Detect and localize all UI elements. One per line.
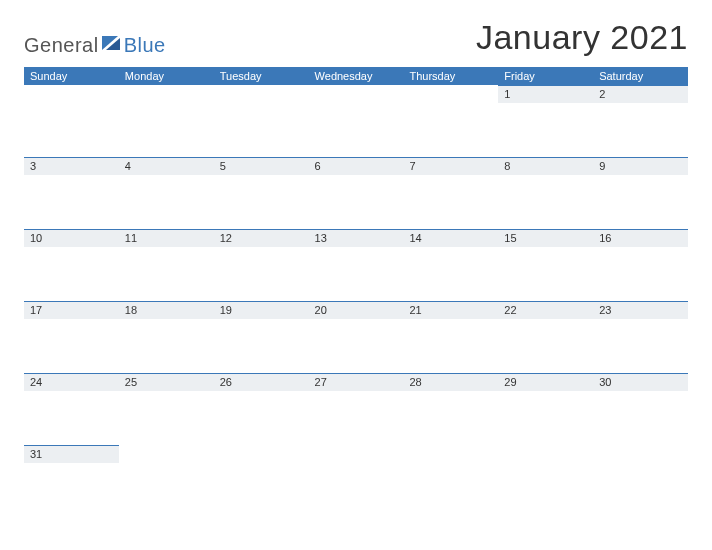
day-header-tue: Tuesday bbox=[214, 67, 309, 85]
day-cell: 29 bbox=[498, 373, 593, 445]
day-body bbox=[498, 103, 593, 157]
day-body bbox=[24, 247, 119, 301]
day-cell bbox=[593, 445, 688, 517]
header: General Blue January 2021 bbox=[24, 18, 688, 57]
day-cell: 3 bbox=[24, 157, 119, 229]
day-cell bbox=[309, 445, 404, 517]
day-cell: 30 bbox=[593, 373, 688, 445]
day-body bbox=[214, 175, 309, 229]
day-cell: 27 bbox=[309, 373, 404, 445]
week-row: 31 bbox=[24, 445, 688, 517]
day-header-fri: Friday bbox=[498, 67, 593, 85]
day-cell: 17 bbox=[24, 301, 119, 373]
day-number: 17 bbox=[30, 304, 44, 316]
day-cell: 19 bbox=[214, 301, 309, 373]
day-body bbox=[24, 391, 119, 445]
day-header-sat: Saturday bbox=[593, 67, 688, 85]
day-body bbox=[593, 175, 688, 229]
day-number: 7 bbox=[409, 160, 417, 172]
day-body bbox=[309, 391, 404, 445]
day-number: 14 bbox=[409, 232, 423, 244]
day-number: 3 bbox=[30, 160, 38, 172]
day-cell: 18 bbox=[119, 301, 214, 373]
day-number: 24 bbox=[30, 376, 44, 388]
day-number: 25 bbox=[125, 376, 139, 388]
day-body bbox=[119, 175, 214, 229]
week-row: 24252627282930 bbox=[24, 373, 688, 445]
day-cell bbox=[119, 85, 214, 157]
day-cell: 11 bbox=[119, 229, 214, 301]
day-header-wed: Wednesday bbox=[309, 67, 404, 85]
day-number: 28 bbox=[409, 376, 423, 388]
weeks-container: 1234567891011121314151617181920212223242… bbox=[24, 85, 688, 517]
day-cell bbox=[309, 85, 404, 157]
day-body bbox=[403, 175, 498, 229]
day-body bbox=[119, 247, 214, 301]
day-cell: 16 bbox=[593, 229, 688, 301]
day-header-thu: Thursday bbox=[403, 67, 498, 85]
day-cell bbox=[403, 445, 498, 517]
day-number: 21 bbox=[409, 304, 423, 316]
day-number: 16 bbox=[599, 232, 613, 244]
day-number: 23 bbox=[599, 304, 613, 316]
day-cell: 25 bbox=[119, 373, 214, 445]
day-cell: 4 bbox=[119, 157, 214, 229]
week-row: 12 bbox=[24, 85, 688, 157]
day-body bbox=[214, 247, 309, 301]
day-number: 31 bbox=[30, 448, 44, 460]
day-cell: 31 bbox=[24, 445, 119, 517]
day-cell bbox=[403, 85, 498, 157]
day-body bbox=[403, 391, 498, 445]
day-number: 9 bbox=[599, 160, 607, 172]
day-body bbox=[593, 247, 688, 301]
day-number: 29 bbox=[504, 376, 518, 388]
day-cell: 23 bbox=[593, 301, 688, 373]
day-number: 13 bbox=[315, 232, 329, 244]
day-cell: 10 bbox=[24, 229, 119, 301]
logo-text-blue: Blue bbox=[124, 34, 166, 57]
day-cell: 9 bbox=[593, 157, 688, 229]
day-cell: 21 bbox=[403, 301, 498, 373]
day-cell: 13 bbox=[309, 229, 404, 301]
week-row: 17181920212223 bbox=[24, 301, 688, 373]
day-number: 18 bbox=[125, 304, 139, 316]
day-body bbox=[119, 391, 214, 445]
day-body bbox=[309, 247, 404, 301]
day-cell: 8 bbox=[498, 157, 593, 229]
day-body bbox=[214, 391, 309, 445]
day-cell: 5 bbox=[214, 157, 309, 229]
day-cell bbox=[498, 445, 593, 517]
day-body bbox=[24, 175, 119, 229]
day-cell bbox=[214, 445, 309, 517]
day-body bbox=[498, 175, 593, 229]
day-cell: 14 bbox=[403, 229, 498, 301]
day-number: 2 bbox=[599, 88, 607, 100]
day-cell: 26 bbox=[214, 373, 309, 445]
day-header-sun: Sunday bbox=[24, 67, 119, 85]
day-number: 20 bbox=[315, 304, 329, 316]
day-body bbox=[593, 103, 688, 157]
day-cell: 2 bbox=[593, 85, 688, 157]
day-cell: 12 bbox=[214, 229, 309, 301]
day-cell: 20 bbox=[309, 301, 404, 373]
logo-mark-icon bbox=[102, 36, 122, 56]
day-number: 22 bbox=[504, 304, 518, 316]
day-number: 1 bbox=[504, 88, 512, 100]
day-number: 15 bbox=[504, 232, 518, 244]
day-number: 19 bbox=[220, 304, 234, 316]
day-body bbox=[498, 391, 593, 445]
day-body bbox=[309, 319, 404, 373]
day-number: 4 bbox=[125, 160, 133, 172]
day-body bbox=[309, 175, 404, 229]
day-body bbox=[498, 319, 593, 373]
calendar: Sunday Monday Tuesday Wednesday Thursday… bbox=[24, 67, 688, 517]
day-header-row: Sunday Monday Tuesday Wednesday Thursday… bbox=[24, 67, 688, 85]
logo: General Blue bbox=[24, 26, 166, 57]
day-cell bbox=[119, 445, 214, 517]
day-body bbox=[403, 247, 498, 301]
day-number: 27 bbox=[315, 376, 329, 388]
day-body bbox=[214, 319, 309, 373]
day-cell bbox=[24, 85, 119, 157]
week-row: 10111213141516 bbox=[24, 229, 688, 301]
day-body bbox=[24, 463, 119, 517]
